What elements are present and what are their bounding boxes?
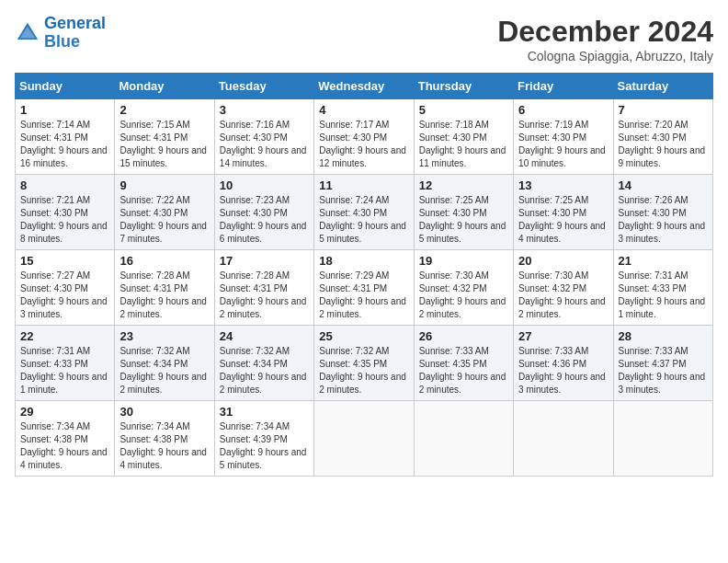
week-row-3: 15Sunrise: 7:27 AMSunset: 4:30 PMDayligh… bbox=[16, 250, 713, 326]
day-cell bbox=[514, 401, 613, 477]
day-info: Sunrise: 7:34 AMSunset: 4:38 PMDaylight:… bbox=[119, 420, 209, 472]
day-info: Sunrise: 7:32 AMSunset: 4:35 PMDaylight:… bbox=[319, 345, 408, 396]
title-block: December 2024 Cologna Spiaggia, Abruzzo,… bbox=[497, 15, 713, 63]
day-info: Sunrise: 7:25 AMSunset: 4:30 PMDaylight:… bbox=[518, 194, 608, 246]
day-number: 15 bbox=[20, 254, 109, 268]
day-cell bbox=[613, 401, 712, 477]
day-number: 5 bbox=[419, 103, 508, 117]
day-number: 23 bbox=[119, 329, 209, 343]
day-cell bbox=[414, 401, 513, 477]
day-number: 19 bbox=[419, 254, 508, 268]
day-cell: 10Sunrise: 7:23 AMSunset: 4:30 PMDayligh… bbox=[214, 175, 313, 250]
logo-icon bbox=[15, 20, 40, 46]
day-info: Sunrise: 7:32 AMSunset: 4:34 PMDaylight:… bbox=[119, 345, 209, 396]
day-number: 17 bbox=[220, 254, 309, 268]
day-number: 2 bbox=[119, 103, 209, 117]
day-info: Sunrise: 7:27 AMSunset: 4:30 PMDaylight:… bbox=[20, 270, 109, 321]
day-info: Sunrise: 7:19 AMSunset: 4:30 PMDaylight:… bbox=[518, 119, 608, 170]
day-cell: 5Sunrise: 7:18 AMSunset: 4:30 PMDaylight… bbox=[414, 99, 513, 175]
day-cell: 3Sunrise: 7:16 AMSunset: 4:30 PMDaylight… bbox=[214, 99, 313, 175]
day-info: Sunrise: 7:14 AMSunset: 4:31 PMDaylight:… bbox=[20, 119, 109, 170]
day-number: 13 bbox=[518, 178, 608, 192]
header-thursday: Thursday bbox=[414, 74, 513, 99]
day-number: 8 bbox=[20, 178, 109, 192]
day-number: 10 bbox=[220, 178, 309, 192]
day-cell: 24Sunrise: 7:32 AMSunset: 4:34 PMDayligh… bbox=[214, 326, 313, 401]
day-info: Sunrise: 7:25 AMSunset: 4:30 PMDaylight:… bbox=[419, 194, 508, 246]
day-info: Sunrise: 7:34 AMSunset: 4:38 PMDaylight:… bbox=[20, 420, 109, 472]
day-number: 18 bbox=[319, 254, 408, 268]
day-info: Sunrise: 7:23 AMSunset: 4:30 PMDaylight:… bbox=[220, 194, 309, 246]
day-number: 6 bbox=[518, 103, 608, 117]
week-row-2: 8Sunrise: 7:21 AMSunset: 4:30 PMDaylight… bbox=[16, 175, 713, 250]
day-info: Sunrise: 7:34 AMSunset: 4:39 PMDaylight:… bbox=[220, 420, 309, 472]
header-saturday: Saturday bbox=[613, 74, 712, 99]
header-sunday: Sunday bbox=[16, 74, 115, 99]
day-info: Sunrise: 7:16 AMSunset: 4:30 PMDaylight:… bbox=[220, 119, 309, 170]
day-cell: 19Sunrise: 7:30 AMSunset: 4:32 PMDayligh… bbox=[414, 250, 513, 326]
logo-line2: Blue bbox=[44, 32, 80, 51]
day-cell: 16Sunrise: 7:28 AMSunset: 4:31 PMDayligh… bbox=[115, 250, 214, 326]
day-number: 22 bbox=[20, 329, 109, 343]
day-cell: 2Sunrise: 7:15 AMSunset: 4:31 PMDaylight… bbox=[115, 99, 214, 175]
location: Cologna Spiaggia, Abruzzo, Italy bbox=[497, 49, 713, 63]
day-number: 20 bbox=[518, 254, 608, 268]
day-cell: 17Sunrise: 7:28 AMSunset: 4:31 PMDayligh… bbox=[214, 250, 313, 326]
day-number: 9 bbox=[119, 178, 209, 192]
logo-text: General Blue bbox=[44, 15, 106, 52]
day-info: Sunrise: 7:30 AMSunset: 4:32 PMDaylight:… bbox=[518, 270, 608, 321]
day-info: Sunrise: 7:24 AMSunset: 4:30 PMDaylight:… bbox=[319, 194, 408, 246]
day-info: Sunrise: 7:30 AMSunset: 4:32 PMDaylight:… bbox=[419, 270, 508, 321]
day-info: Sunrise: 7:33 AMSunset: 4:37 PMDaylight:… bbox=[619, 345, 708, 396]
day-number: 30 bbox=[119, 405, 209, 419]
day-cell: 23Sunrise: 7:32 AMSunset: 4:34 PMDayligh… bbox=[115, 326, 214, 401]
day-info: Sunrise: 7:18 AMSunset: 4:30 PMDaylight:… bbox=[419, 119, 508, 170]
day-info: Sunrise: 7:17 AMSunset: 4:30 PMDaylight:… bbox=[319, 119, 408, 170]
header-row: SundayMondayTuesdayWednesdayThursdayFrid… bbox=[16, 74, 713, 99]
day-cell: 28Sunrise: 7:33 AMSunset: 4:37 PMDayligh… bbox=[613, 326, 712, 401]
header-friday: Friday bbox=[514, 74, 613, 99]
day-cell: 12Sunrise: 7:25 AMSunset: 4:30 PMDayligh… bbox=[414, 175, 513, 250]
day-cell: 1Sunrise: 7:14 AMSunset: 4:31 PMDaylight… bbox=[16, 99, 115, 175]
day-number: 11 bbox=[319, 178, 408, 192]
day-cell: 26Sunrise: 7:33 AMSunset: 4:35 PMDayligh… bbox=[414, 326, 513, 401]
week-row-5: 29Sunrise: 7:34 AMSunset: 4:38 PMDayligh… bbox=[16, 401, 713, 477]
day-number: 16 bbox=[119, 254, 209, 268]
day-cell: 30Sunrise: 7:34 AMSunset: 4:38 PMDayligh… bbox=[115, 401, 214, 477]
day-number: 25 bbox=[319, 329, 408, 343]
logo-line1: General bbox=[44, 14, 106, 32]
day-info: Sunrise: 7:21 AMSunset: 4:30 PMDaylight:… bbox=[20, 194, 109, 246]
day-info: Sunrise: 7:15 AMSunset: 4:31 PMDaylight:… bbox=[119, 119, 209, 170]
day-cell: 6Sunrise: 7:19 AMSunset: 4:30 PMDaylight… bbox=[514, 99, 613, 175]
day-info: Sunrise: 7:26 AMSunset: 4:30 PMDaylight:… bbox=[619, 194, 708, 246]
day-cell: 4Sunrise: 7:17 AMSunset: 4:30 PMDaylight… bbox=[314, 99, 414, 175]
day-number: 24 bbox=[220, 329, 309, 343]
day-info: Sunrise: 7:31 AMSunset: 4:33 PMDaylight:… bbox=[619, 270, 708, 321]
day-info: Sunrise: 7:33 AMSunset: 4:36 PMDaylight:… bbox=[518, 345, 608, 396]
day-number: 26 bbox=[419, 329, 508, 343]
week-row-1: 1Sunrise: 7:14 AMSunset: 4:31 PMDaylight… bbox=[16, 99, 713, 175]
day-number: 12 bbox=[419, 178, 508, 192]
day-info: Sunrise: 7:32 AMSunset: 4:34 PMDaylight:… bbox=[220, 345, 309, 396]
day-cell: 9Sunrise: 7:22 AMSunset: 4:30 PMDaylight… bbox=[115, 175, 214, 250]
week-row-4: 22Sunrise: 7:31 AMSunset: 4:33 PMDayligh… bbox=[16, 326, 713, 401]
day-cell: 27Sunrise: 7:33 AMSunset: 4:36 PMDayligh… bbox=[514, 326, 613, 401]
day-cell: 25Sunrise: 7:32 AMSunset: 4:35 PMDayligh… bbox=[314, 326, 414, 401]
header-wednesday: Wednesday bbox=[314, 74, 414, 99]
day-info: Sunrise: 7:31 AMSunset: 4:33 PMDaylight:… bbox=[20, 345, 109, 396]
calendar-table: SundayMondayTuesdayWednesdayThursdayFrid… bbox=[15, 73, 713, 477]
day-cell: 8Sunrise: 7:21 AMSunset: 4:30 PMDaylight… bbox=[16, 175, 115, 250]
day-number: 29 bbox=[20, 405, 109, 419]
day-number: 14 bbox=[619, 178, 708, 192]
logo: General Blue bbox=[15, 15, 106, 52]
day-cell: 15Sunrise: 7:27 AMSunset: 4:30 PMDayligh… bbox=[16, 250, 115, 326]
day-number: 21 bbox=[619, 254, 708, 268]
day-number: 31 bbox=[220, 405, 309, 419]
day-info: Sunrise: 7:33 AMSunset: 4:35 PMDaylight:… bbox=[419, 345, 508, 396]
month-title: December 2024 bbox=[497, 15, 713, 49]
day-number: 27 bbox=[518, 329, 608, 343]
day-cell: 20Sunrise: 7:30 AMSunset: 4:32 PMDayligh… bbox=[514, 250, 613, 326]
day-number: 4 bbox=[319, 103, 408, 117]
header-monday: Monday bbox=[115, 74, 214, 99]
day-info: Sunrise: 7:29 AMSunset: 4:31 PMDaylight:… bbox=[319, 270, 408, 321]
